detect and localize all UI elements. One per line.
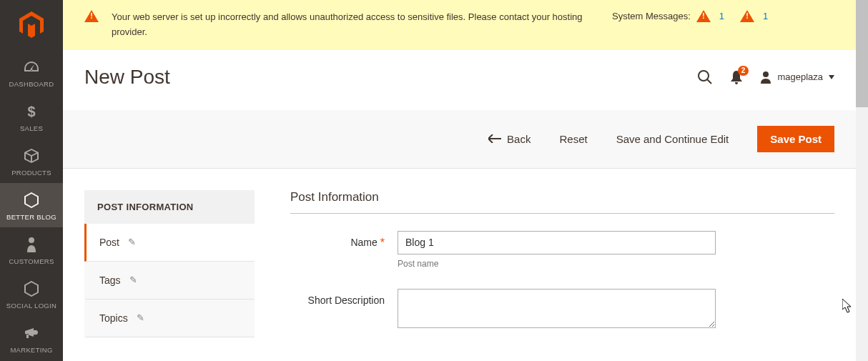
nav-customers[interactable]: CUSTOMERS — [0, 227, 63, 272]
search-button[interactable] — [697, 69, 713, 85]
user-name: mageplaza — [777, 71, 823, 82]
nav-label: DASHBOARD — [9, 80, 54, 88]
pencil-icon: ✎ — [128, 237, 136, 247]
back-label: Back — [507, 133, 531, 145]
arrow-left-icon — [488, 134, 501, 143]
side-tabs-header: POST INFORMATION — [84, 190, 255, 224]
warning-icon[interactable] — [740, 10, 754, 22]
section-title: Post Information — [290, 190, 834, 214]
reset-label: Reset — [559, 133, 587, 145]
megaphone-icon — [24, 323, 39, 343]
field-name-row: Name* Post name — [290, 231, 834, 269]
page-header: New Post 2 mageplaza — [63, 50, 856, 110]
hexagon-icon — [24, 279, 39, 299]
search-icon — [697, 69, 713, 85]
system-message-count[interactable]: 1 — [763, 11, 768, 21]
save-post-button[interactable]: Save Post — [757, 126, 834, 152]
side-tab-label: Post — [99, 237, 119, 248]
svg-point-4 — [763, 71, 769, 77]
notifications-button[interactable]: 2 — [730, 70, 743, 84]
dollar-icon: $ — [26, 102, 36, 122]
form-area: POST INFORMATION Post ✎ Tags ✎ Topics ✎ … — [63, 169, 856, 361]
system-message-bar: Your web server is set up incorrectly an… — [63, 0, 856, 50]
gauge-icon — [23, 57, 40, 77]
warning-icon[interactable] — [696, 10, 711, 22]
side-tab-label: Tags — [99, 275, 121, 286]
page-title: New Post — [84, 66, 697, 89]
nav-sales[interactable]: $ SALES — [0, 94, 63, 139]
notification-count-badge: 2 — [738, 66, 749, 76]
nav-label: MARKETING — [10, 346, 52, 354]
system-message-count[interactable]: 1 — [719, 11, 724, 21]
main-area: Your web server is set up incorrectly an… — [63, 0, 868, 361]
save-post-label: Save Post — [770, 133, 822, 145]
nav-better-blog[interactable]: BETTER BLOG — [0, 183, 63, 227]
nav-social-login[interactable]: SOCIAL LOGIN — [0, 272, 63, 316]
nav-label: CUSTOMERS — [9, 257, 54, 265]
short-description-textarea[interactable] — [398, 289, 716, 328]
save-continue-label: Save and Continue Edit — [616, 133, 729, 145]
field-short-description-row: Short Description — [290, 289, 834, 330]
cube-icon — [24, 146, 39, 166]
person-icon — [26, 234, 37, 254]
required-star: * — [380, 237, 385, 249]
svg-text:$: $ — [27, 104, 35, 119]
pencil-icon: ✎ — [129, 275, 137, 285]
nav-label: PRODUCTS — [11, 169, 51, 177]
scrollbar-track[interactable] — [856, 0, 868, 361]
chevron-down-icon — [829, 75, 834, 79]
field-label-short-description: Short Description — [290, 289, 398, 306]
side-tab-post[interactable]: Post ✎ — [84, 224, 255, 262]
user-icon — [760, 71, 771, 84]
short-description-label-text: Short Description — [308, 295, 385, 306]
nav-label: SALES — [20, 124, 43, 132]
nav-label: BETTER BLOG — [6, 213, 56, 221]
back-button[interactable]: Back — [488, 133, 531, 145]
magento-logo[interactable] — [0, 0, 63, 50]
svg-line-3 — [707, 79, 711, 84]
side-tab-topics[interactable]: Topics ✎ — [84, 300, 255, 337]
nav-products[interactable]: PRODUCTS — [0, 139, 63, 183]
save-continue-button[interactable]: Save and Continue Edit — [616, 133, 729, 145]
field-label-name: Name* — [290, 231, 398, 249]
system-message-text: Your web server is set up incorrectly an… — [112, 10, 612, 40]
side-tab-label: Topics — [99, 312, 128, 324]
warning-icon — [84, 10, 99, 22]
reset-button[interactable]: Reset — [559, 133, 587, 145]
pencil-icon: ✎ — [137, 312, 144, 323]
nav-label: SOCIAL LOGIN — [6, 302, 56, 310]
action-bar: Back Reset Save and Continue Edit Save P… — [63, 110, 856, 169]
scrollbar-thumb[interactable] — [856, 0, 868, 107]
nav-dashboard[interactable]: DASHBOARD — [0, 50, 63, 94]
svg-point-1 — [29, 237, 34, 243]
svg-point-2 — [699, 71, 709, 81]
side-tabs: POST INFORMATION Post ✎ Tags ✎ Topics ✎ — [84, 190, 255, 350]
form-main: Post Information Name* Post name Short D… — [290, 190, 834, 350]
system-messages-label: System Messages: — [612, 11, 691, 21]
name-note: Post name — [398, 259, 716, 269]
user-menu[interactable]: mageplaza — [760, 71, 834, 84]
name-input[interactable] — [398, 231, 716, 254]
side-tab-tags[interactable]: Tags ✎ — [84, 262, 255, 300]
name-label-text: Name — [350, 237, 377, 248]
hexagon-icon — [24, 190, 39, 210]
admin-sidebar: DASHBOARD $ SALES PRODUCTS BETTER BLOG C… — [0, 0, 63, 361]
nav-marketing[interactable]: MARKETING — [0, 316, 63, 360]
